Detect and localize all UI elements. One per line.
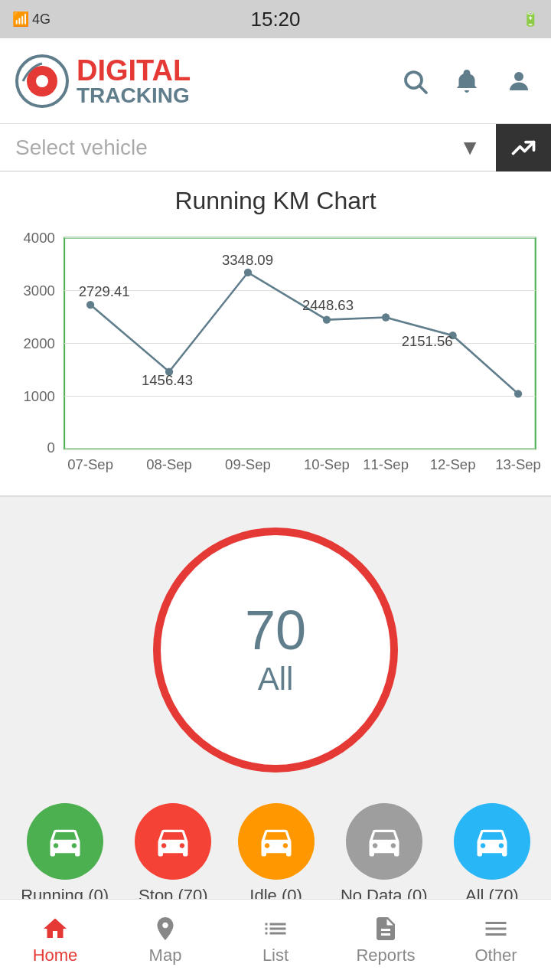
- svg-text:1456.43: 1456.43: [142, 372, 193, 388]
- nav-map-label: Map: [149, 946, 182, 965]
- vehicle-total-label: All: [258, 661, 294, 697]
- nav-map[interactable]: Map: [110, 900, 220, 981]
- svg-text:3348.09: 3348.09: [222, 252, 273, 268]
- svg-text:13-Sep: 13-Sep: [495, 456, 541, 472]
- map-pin-icon: [152, 915, 179, 942]
- svg-text:3000: 3000: [24, 283, 55, 299]
- vehicle-select-dropdown[interactable]: Select vehicle ▼: [0, 124, 496, 172]
- logo-tracking: TRACKING: [77, 85, 191, 106]
- svg-point-26: [244, 269, 252, 276]
- search-button[interactable]: [398, 64, 432, 98]
- chart-icon: [508, 134, 539, 162]
- other-icon: [482, 915, 510, 942]
- svg-line-4: [421, 87, 427, 93]
- logo-icon: [15, 54, 69, 108]
- running-circle: [27, 803, 103, 880]
- search-icon: [401, 67, 429, 95]
- nodata-circle: [346, 803, 422, 880]
- home-icon: [41, 915, 69, 942]
- chart-container: Running KM Chart 4000 3000 2000 1000 0 0…: [0, 172, 551, 497]
- svg-text:11-Sep: 11-Sep: [363, 456, 409, 472]
- header-icons: [398, 64, 536, 98]
- svg-text:09-Sep: 09-Sep: [225, 456, 271, 472]
- nav-reports-label: Reports: [356, 946, 415, 965]
- user-button[interactable]: [502, 64, 536, 98]
- logo-digital: DIGITAL: [77, 56, 191, 85]
- status-right: 🔋: [522, 11, 539, 28]
- notification-button[interactable]: [450, 64, 484, 98]
- nav-home-label: Home: [33, 946, 78, 965]
- user-icon: [505, 67, 533, 95]
- status-item-running[interactable]: Running (0): [21, 803, 109, 906]
- logo: DIGITAL TRACKING: [15, 54, 191, 108]
- svg-text:08-Sep: 08-Sep: [146, 456, 192, 472]
- vehicle-count-ring: 70 All: [153, 528, 398, 773]
- battery-icon: 🔋: [522, 11, 539, 28]
- car-icon-nodata: [364, 822, 404, 861]
- all-circle: [454, 803, 530, 880]
- chevron-down-icon: ▼: [459, 136, 481, 160]
- car-icon-idle: [256, 822, 296, 861]
- nav-home[interactable]: Home: [0, 900, 110, 981]
- svg-text:10-Sep: 10-Sep: [304, 456, 350, 472]
- bell-icon: [453, 67, 481, 95]
- svg-text:2729.41: 2729.41: [79, 283, 130, 299]
- svg-text:2000: 2000: [24, 335, 55, 351]
- svg-point-2: [36, 75, 48, 87]
- nav-other[interactable]: Other: [441, 900, 551, 981]
- vehicle-selector-row: Select vehicle ▼: [0, 124, 551, 172]
- logo-text: DIGITAL TRACKING: [77, 56, 191, 106]
- list-icon: [262, 915, 289, 942]
- svg-point-5: [514, 72, 523, 81]
- line-chart-svg: 4000 3000 2000 1000 0 07-Sep 08-Sep 09-S…: [8, 227, 543, 488]
- svg-text:2151.56: 2151.56: [402, 333, 453, 349]
- svg-text:2448.63: 2448.63: [302, 297, 354, 313]
- car-icon-stop: [153, 822, 193, 861]
- chart-title: Running KM Chart: [8, 187, 543, 215]
- status-item-nodata[interactable]: No Data (0): [341, 803, 428, 906]
- signal-icon: 📶: [12, 11, 29, 28]
- stop-circle: [135, 803, 211, 880]
- chart-view-button[interactable]: [496, 124, 551, 172]
- idle-circle: [238, 803, 315, 880]
- reports-icon: [372, 915, 399, 942]
- status-bar: 📶 4G 15:20 🔋: [0, 0, 551, 38]
- status-time: 15:20: [250, 8, 300, 31]
- svg-point-30: [514, 390, 522, 397]
- vehicle-count-section: 70 All: [0, 497, 551, 795]
- svg-point-3: [406, 72, 422, 88]
- vehicle-total-count: 70: [245, 603, 306, 658]
- svg-text:12-Sep: 12-Sep: [430, 456, 476, 472]
- svg-text:1000: 1000: [24, 388, 55, 404]
- status-left: 📶 4G: [12, 11, 51, 28]
- vehicle-count-circle-container: 70 All: [153, 528, 398, 773]
- car-icon-all: [472, 822, 512, 861]
- svg-point-24: [86, 301, 94, 309]
- vehicle-select-placeholder: Select vehicle: [15, 136, 148, 160]
- car-icon-running: [45, 822, 85, 861]
- svg-point-28: [382, 313, 390, 321]
- nav-list-label: List: [262, 946, 289, 965]
- chart-area: 4000 3000 2000 1000 0 07-Sep 08-Sep 09-S…: [8, 227, 543, 488]
- nav-list[interactable]: List: [220, 900, 331, 981]
- nav-other-label: Other: [474, 946, 517, 965]
- signal-text: 4G: [32, 11, 51, 28]
- svg-text:0: 0: [47, 439, 54, 456]
- svg-text:4000: 4000: [24, 230, 55, 246]
- svg-point-27: [323, 315, 331, 323]
- svg-text:07-Sep: 07-Sep: [67, 456, 113, 472]
- status-item-all[interactable]: All (70): [454, 803, 530, 906]
- status-item-idle[interactable]: Idle (0): [238, 803, 315, 906]
- bottom-nav: Home Map List Reports Other: [0, 899, 551, 980]
- app-header: DIGITAL TRACKING: [0, 38, 551, 124]
- status-item-stop[interactable]: Stop (70): [135, 803, 211, 906]
- nav-reports[interactable]: Reports: [331, 900, 441, 981]
